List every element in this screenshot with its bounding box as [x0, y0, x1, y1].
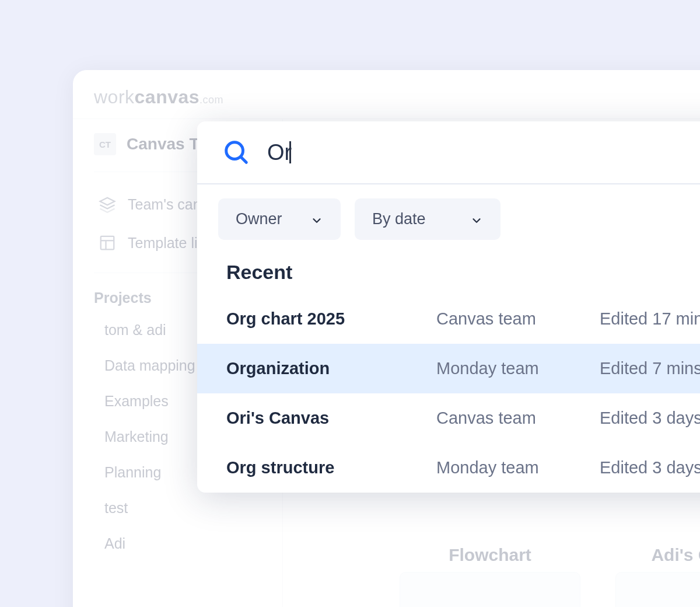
- canvas-card-title: Adi's Canvas: [615, 545, 700, 572]
- search-bar: Or: [197, 121, 700, 184]
- logo-part1: work: [94, 86, 135, 107]
- canvas-thumbnail: [615, 572, 700, 607]
- result-time: Edited 3 days ago: [600, 409, 700, 428]
- result-team: Monday team: [436, 458, 600, 477]
- result-time: Edited 7 mins ago: [600, 359, 700, 378]
- canvas-card[interactable]: Adi's Canvas: [615, 545, 700, 607]
- search-section-heading: Recent: [197, 240, 700, 294]
- template-icon: [99, 234, 116, 252]
- filter-owner[interactable]: Owner: [218, 198, 341, 240]
- search-result-row[interactable]: Org chart 2025 Canvas team Edited 17 min…: [197, 294, 700, 344]
- filter-label: Owner: [236, 210, 282, 228]
- project-item[interactable]: test: [94, 490, 273, 526]
- result-title: Org structure: [226, 458, 436, 477]
- logo: workcanvas.com: [94, 86, 700, 108]
- result-time: Edited 17 mins ago: [600, 309, 700, 329]
- canvas-thumbnail: [400, 572, 580, 607]
- result-team: Canvas team: [436, 409, 600, 428]
- search-result-row[interactable]: Ori's Canvas Canvas team Edited 3 days a…: [197, 393, 700, 443]
- app-header: workcanvas.com: [73, 70, 700, 119]
- canvas-card-title: Flowchart: [400, 545, 580, 572]
- filter-row: Owner By date: [197, 184, 700, 240]
- search-input-wrap[interactable]: Or: [267, 140, 700, 165]
- search-icon: [223, 139, 250, 166]
- chevron-down-icon: [470, 213, 483, 226]
- main-canvas-cards: Flowchart Adi's Canvas: [400, 545, 700, 607]
- team-avatar: CT: [94, 133, 116, 155]
- chevron-down-icon: [310, 213, 323, 226]
- layers-icon: [99, 196, 116, 213]
- filter-by-date[interactable]: By date: [355, 198, 501, 240]
- result-team: Canvas team: [436, 309, 600, 329]
- logo-part3: .com: [200, 94, 223, 106]
- filter-label: By date: [372, 210, 426, 228]
- canvas-card[interactable]: Flowchart: [400, 545, 580, 607]
- svg-rect-0: [101, 236, 114, 250]
- result-time: Edited 3 days ago: [600, 458, 700, 477]
- result-title: Organization: [226, 359, 436, 378]
- project-item[interactable]: Adi: [94, 526, 273, 561]
- search-result-row[interactable]: Org structure Monday team Edited 3 days …: [197, 443, 700, 493]
- text-cursor: [289, 141, 291, 163]
- result-title: Org chart 2025: [226, 309, 436, 329]
- result-team: Monday team: [436, 359, 600, 378]
- logo-part2: canvas: [135, 86, 200, 107]
- search-result-row[interactable]: Organization Monday team Edited 7 mins a…: [197, 344, 700, 393]
- search-input[interactable]: Or: [267, 140, 292, 165]
- result-title: Ori's Canvas: [226, 409, 436, 428]
- search-overlay: Or Owner By date Recent Org chart 2025 C…: [197, 121, 700, 493]
